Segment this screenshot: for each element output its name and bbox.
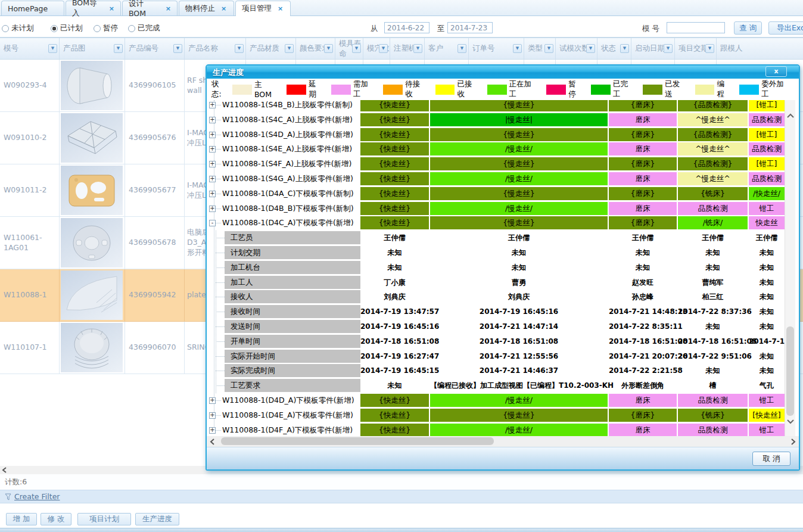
detail-value: 未知 (749, 276, 785, 289)
tab-close-icon[interactable]: × (278, 5, 283, 12)
detail-value: 2014-7-21 14:46:37 (430, 364, 608, 377)
process-node-row[interactable]: +W110088-1(S4B_B)上脱板零件(新制){快走丝}{慢走丝}{磨床}… (207, 100, 785, 113)
status-cell: {慢走丝} (430, 157, 608, 170)
status-cell: ^慢走丝^ (678, 172, 748, 185)
detail-value: 未知 (749, 364, 785, 377)
process-node-row[interactable]: +W110088-1(S4E_A)上脱板零件(新增){快走丝}/慢走丝/磨床^慢… (207, 142, 785, 157)
process-node-row[interactable]: +W110088-1(S4F_A)上脱板零件(新增){快走丝}{慢走丝}{磨床}… (207, 157, 785, 172)
detail-value: 气孔 (749, 379, 785, 392)
detail-value: 未知 (749, 305, 785, 318)
mold-no-cell: W110088-1 (0, 269, 60, 322)
detail-value: 王仲儒 (678, 231, 748, 244)
process-node-row[interactable]: +W110088-1(D4F_A)下模板零件(新增){快走丝}/慢走丝/磨床品质… (207, 423, 785, 436)
process-node-row[interactable]: +W110088-1(D4B_B)下模板零件(新制){快走丝}/慢走丝/磨床品质… (207, 201, 785, 216)
legend-label: 委外加工 (761, 79, 791, 99)
expand-toggle[interactable]: + (209, 206, 216, 212)
product-code-cell: 4369905677 (125, 164, 185, 217)
process-node-row[interactable]: -W110088-1(D4C_A)下模板零件(新增){快走丝}{慢走丝}{磨床}… (207, 216, 785, 231)
funnel-icon (5, 493, 11, 500)
legend-color-swatch (739, 85, 759, 95)
scroll-down-icon[interactable] (787, 418, 794, 424)
expand-toggle[interactable]: + (209, 146, 216, 153)
detail-row: 计划交期未知未知未知未知未知 (207, 245, 785, 260)
expand-toggle[interactable]: + (209, 161, 216, 167)
scroll-left-icon[interactable] (210, 438, 216, 445)
status-cell: {快走丝} (360, 394, 429, 407)
expand-toggle[interactable]: + (209, 102, 216, 108)
create-filter-link[interactable]: Create Filter (14, 492, 60, 501)
vertical-scroll-thumb[interactable] (786, 326, 794, 416)
expand-toggle[interactable]: + (209, 427, 216, 434)
status-cell: [钳工] (749, 100, 785, 111)
tree-connector (216, 341, 225, 342)
legend-color-swatch (287, 85, 306, 95)
row-count-label: 计数:6 (5, 477, 27, 487)
detail-row: 发送时间2014-7-19 16:45:162014-7-21 14:47:14… (207, 319, 785, 334)
detail-value: 2014-7-21 20:07:26 (609, 350, 677, 363)
status-cell: 钳工 (749, 424, 785, 436)
expand-toggle[interactable]: + (209, 132, 216, 138)
legend-color-swatch (643, 85, 662, 95)
expand-toggle[interactable]: + (209, 397, 216, 404)
status-cell: {快走丝} (360, 142, 429, 155)
expand-toggle[interactable]: + (209, 176, 216, 182)
expand-toggle[interactable]: + (209, 191, 216, 197)
process-node-row[interactable]: +W110088-1(D4A_C)下模板零件(新制){快走丝}{慢走丝}{磨床}… (207, 186, 785, 201)
action-button[interactable]: 生产进度 (135, 513, 179, 525)
action-button[interactable]: 增 加 (6, 513, 37, 525)
scroll-up-icon[interactable] (787, 113, 794, 119)
process-node-row[interactable]: +W110088-1(S4C_A)上脱板零件(新增){快走丝}|慢走丝|磨床^慢… (207, 113, 785, 127)
status-cell: 品质检测 (678, 202, 748, 215)
legend-item: 编程 (695, 79, 732, 99)
node-label: W110088-1(S4B_B)上脱板零件(新制) (222, 100, 353, 110)
detail-value: 未知 (678, 246, 748, 259)
status-cell: {品质检测} (678, 100, 748, 111)
scroll-left-icon[interactable] (2, 467, 8, 473)
legend-item: 延期 (287, 79, 323, 99)
status-cell: {快走丝} (360, 202, 429, 215)
process-node-row[interactable]: +W110088-1(S4D_A)上脱板零件(新增){快走丝}{慢走丝}{磨床}… (207, 127, 785, 142)
status-cell: {快走丝} (360, 216, 429, 229)
process-node-row[interactable]: +W110088-1(D4D_A)下模板零件(新增){快走丝}/慢走丝/磨床品质… (207, 393, 785, 408)
detail-row: 开单时间2014-7-18 16:51:082014-7-18 16:51:08… (207, 334, 785, 349)
legend-label: 暂停 (568, 79, 583, 99)
mold-no-cell: W091011-2 (0, 164, 60, 217)
dialog-vertical-scrollbar[interactable] (785, 100, 795, 436)
detail-value: 未知 (749, 350, 785, 363)
legend-color-swatch (331, 85, 351, 95)
production-progress-dialog: 生产进度 x 状态: 主BOM延期需加工待接收已接收正在加工暂停已完工已发送编程… (206, 64, 800, 471)
cancel-button[interactable]: 取 消 (752, 452, 790, 466)
legend-label: 正在加工 (509, 79, 539, 99)
expand-toggle[interactable]: + (209, 412, 216, 419)
detail-value: 2014-7-18 16:51:08 (360, 335, 429, 348)
status-cell: [钳工] (749, 157, 785, 170)
detail-field-label: 工艺员 (225, 231, 360, 244)
expand-toggle[interactable]: - (209, 220, 216, 226)
legend-label: 已完工 (613, 79, 635, 99)
action-button[interactable]: 项目计划 (77, 513, 131, 525)
detail-value: 未知 (430, 261, 608, 274)
dialog-title-bar: 生产进度 (207, 66, 799, 79)
tree-connector (216, 297, 225, 297)
close-icon[interactable]: x (765, 66, 787, 77)
app-root: HomePageBOM导入×设计BOM×物料停止×项目管理× 从 至 模 号 查… (0, 0, 803, 532)
status-cell: {慢走丝} (430, 100, 608, 111)
process-node-row[interactable]: +W110088-1(D4E_A)下模板零件(新增){快走丝}{慢走丝}{磨床}… (207, 408, 785, 423)
detail-value: 未知 (749, 261, 785, 274)
action-button[interactable]: 修 改 (41, 513, 71, 525)
status-cell: {铣床} (678, 187, 748, 200)
detail-value: 槽 (678, 379, 748, 392)
scroll-right-icon[interactable] (790, 438, 796, 445)
detail-row: 实际完成时间2014-7-19 16:45:152014-7-21 14:46:… (207, 363, 785, 378)
status-cell: {快走丝} (360, 187, 429, 200)
process-node-row[interactable]: +W110088-1(S4G_A)上脱板零件(新增){快走丝}/慢走丝/磨床^慢… (207, 172, 785, 186)
expand-toggle[interactable]: + (209, 117, 216, 123)
detail-row: 工艺员王仲儒王仲儒王仲儒王仲儒王仲儒 (207, 231, 785, 245)
dialog-horizontal-scrollbar[interactable] (207, 436, 799, 447)
product-image-cell (60, 322, 125, 374)
status-cell: ^慢走丝^ (678, 142, 748, 155)
legend-item: 正在加工 (487, 79, 539, 99)
horizontal-scroll-thumb[interactable] (221, 437, 494, 445)
tab[interactable]: 项目管理× (235, 1, 291, 16)
status-cell: 磨床 (609, 394, 677, 407)
